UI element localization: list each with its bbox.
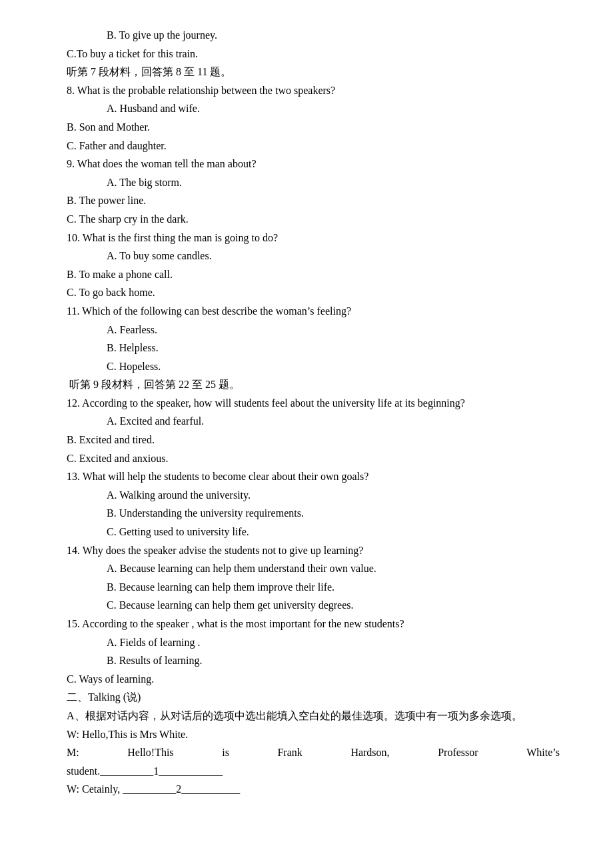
line-q13-c: C. Getting used to university life. [67, 523, 560, 541]
line-q11-b: B. Helpless. [67, 339, 560, 357]
line-section-7: 听第 7 段材料，回答第 8 至 11 题。 [67, 63, 560, 81]
line-c-buy-ticket: C.To buy a ticket for this train. [67, 45, 560, 63]
line-q14-c: C. Because learning can help them get un… [67, 597, 560, 614]
line-q10-b: B. To make a phone call. [67, 266, 560, 283]
line-q11-a: A. Fearless. [67, 321, 560, 339]
line-q12-b: B. Excited and tired. [67, 431, 560, 449]
line-w2: W: Cetainly, __________2___________ [67, 781, 560, 798]
line-q15-a: A. Fields of learning . [67, 634, 560, 651]
m1-hello: M: [67, 744, 79, 761]
line-m1: M: Hello!This is Frank Hardson, Professo… [67, 744, 560, 761]
line-q13-a: A. Walking around the university. [67, 487, 560, 504]
line-q8-c: C. Father and daughter. [67, 137, 560, 155]
line-q13-b: B. Understanding the university requirem… [67, 505, 560, 522]
line-q15: 15. According to the speaker , what is t… [67, 615, 560, 633]
m1-hardson: Hardson, [350, 744, 389, 761]
line-q15-b: B. Results of learning. [67, 652, 560, 669]
line-q12: 12. According to the speaker, how will s… [67, 395, 560, 412]
line-q8: 8. What is the probable relationship bet… [67, 82, 560, 99]
line-instruction: A、根据对话内容，从对话后的选项中选出能填入空白处的最佳选项。选项中有一项为多余… [67, 707, 560, 725]
line-m1-student: student.__________1____________ [67, 763, 560, 780]
line-q12-c: C. Excited and anxious. [67, 450, 560, 467]
line-q14-a: A. Because learning can help them unders… [67, 560, 560, 577]
m1-hello-text: Hello!This [127, 744, 173, 761]
line-q12-a: A. Excited and fearful. [67, 413, 560, 430]
line-section-9: 听第 9 段材料，回答第 22 至 25 题。 [67, 376, 560, 393]
m1-is: is [222, 744, 229, 761]
m1-professor: Professor [438, 744, 478, 761]
line-q8-b: B. Son and Mother. [67, 119, 560, 136]
line-b-give-up: B. To give up the journey. [67, 27, 560, 44]
line-q11: 11. Which of the following can best desc… [67, 303, 560, 320]
main-content: B. To give up the journey. C.To buy a ti… [67, 27, 560, 798]
line-q14-b: B. Because learning can help them improv… [67, 579, 560, 596]
line-q10-a: A. To buy some candles. [67, 247, 560, 265]
line-section-2: 二、Talking (说) [67, 689, 560, 706]
m1-whites: White’s [526, 744, 560, 761]
line-q10-c: C. To go back home. [67, 284, 560, 301]
line-q8-a: A. Husband and wife. [67, 100, 560, 117]
line-q13: 13. What will help the students to becom… [67, 468, 560, 485]
line-q9: 9. What does the woman tell the man abou… [67, 155, 560, 173]
line-q9-c: C. The sharp cry in the dark. [67, 211, 560, 228]
line-q15-c: C. Ways of learning. [67, 671, 560, 688]
line-q10: 10. What is the first thing the man is g… [67, 229, 560, 247]
line-q9-a: A. The big storm. [67, 174, 560, 191]
line-w1: W: Hello,This is Mrs White. [67, 726, 560, 743]
line-q9-b: B. The power line. [67, 192, 560, 209]
line-q14: 14. Why does the speaker advise the stud… [67, 542, 560, 559]
m1-frank: Frank [277, 744, 302, 761]
line-q11-c: C. Hopeless. [67, 358, 560, 375]
